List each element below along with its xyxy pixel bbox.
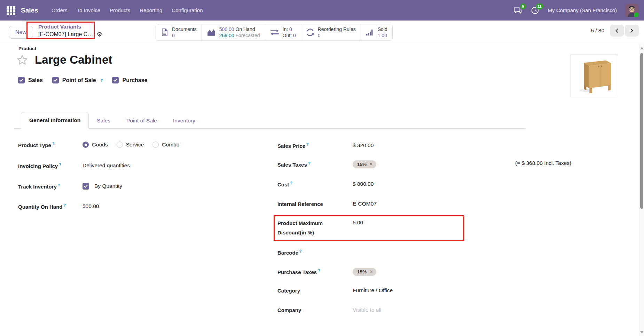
radio-service[interactable]: Service [117,142,144,148]
radio-goods[interactable]: Goods [83,142,108,148]
tab-inventory[interactable]: Inventory [165,113,203,129]
category-input[interactable]: Furniture / Office [353,287,393,294]
menu-to-invoice[interactable]: To Invoice [77,7,101,13]
field-label: Cost? [277,181,353,187]
toggle-pos-label: Point of Sale [62,77,96,83]
radio-unselected-icon[interactable] [117,142,123,148]
company-input[interactable]: Visible to all [353,307,381,313]
toggle-point-of-sale[interactable]: Point of Sale ? [52,77,103,83]
help-marker: ? [64,203,66,207]
gear-icon[interactable]: ⚙ [96,31,102,38]
breadcrumb-parent-link[interactable]: Product Variants [37,23,102,31]
checkbox-checked-icon[interactable] [112,77,119,83]
scrollbar-thumb[interactable] [640,53,643,209]
favorite-star-icon[interactable] [17,54,28,65]
menu-configuration[interactable]: Configuration [172,7,203,13]
tag-remove-icon[interactable]: ✕ [369,269,373,274]
max-discount-input[interactable]: 5.00 [353,219,363,226]
cabinet-image [571,55,617,97]
sales-price-input[interactable]: $ 320.00 [353,142,374,149]
out-value: 0 [293,33,296,38]
toggle-purchase-label: Purchase [122,77,147,83]
quantity-on-hand-value[interactable]: 500.00 [83,203,99,209]
field-company: Company Visible to all [277,305,381,314]
help-marker: ? [318,269,320,273]
field-label: Quantity On Hand? [18,203,83,210]
help-marker: ? [308,161,311,165]
track-inventory-select[interactable]: By Quantity [94,183,122,189]
refresh-icon [306,28,314,37]
pager-counter[interactable]: 5 / 80 [591,27,604,34]
product-image[interactable] [571,54,617,97]
field-category: Category Furniture / Office [277,286,393,295]
apps-grid-icon[interactable] [6,6,15,15]
radio-goods-label: Goods [92,142,108,148]
vertical-scrollbar[interactable] [639,44,644,336]
help-marker: ? [299,249,302,253]
product-title[interactable]: Large Cabinet [35,53,112,66]
sales-tax-tag: 15% ✕ [353,160,376,168]
stat-sold-label: Sold [378,26,387,32]
stat-sold-button[interactable]: Sold 1.00 [361,24,392,40]
menu-reporting[interactable]: Reporting [140,7,162,13]
help-marker: ? [306,142,309,146]
field-internal-reference: Internal Reference E-COM07 [277,199,377,208]
activities-badge: 11 [536,3,543,9]
app-name[interactable]: Sales [21,7,38,14]
new-button[interactable]: New [9,26,33,39]
tab-sales[interactable]: Sales [89,113,118,129]
stat-in-out-button[interactable]: In: 0 Out: 0 [265,24,301,40]
cost-input[interactable]: $ 800.00 [353,181,374,187]
field-sales-taxes: Sales Taxes? 15% ✕ (= $ 368.00 Incl. Tax… [277,160,376,169]
stat-documents-button[interactable]: Documents 0 [156,24,202,40]
field-product-max-discount: Product Maximum Discount(in %) 5.00 [277,218,363,237]
in-label: In: [283,26,288,32]
field-label: Company [277,307,353,313]
checkbox-checked-icon[interactable] [83,183,89,190]
menu-products[interactable]: Products [110,7,130,13]
field-product-type: Product Type? Goods Service Combo [18,140,179,149]
forecasted-value: 269.00 [219,33,234,38]
field-label: Product Maximum Discount(in %) [277,218,353,237]
company-switcher[interactable]: My Company (San Francisco) [548,7,617,13]
forecasted-label: Forecasted [236,33,260,38]
field-track-inventory: Track Inventory? By Quantity [18,182,122,191]
tag-remove-icon[interactable]: ✕ [369,162,373,167]
out-label: Out: [283,33,292,38]
invoicing-policy-select[interactable]: Delivered quantities [83,162,130,169]
tab-point-of-sale[interactable]: Point of Sale [118,113,165,129]
stat-reordering-label: Reordering Rules [318,26,356,32]
activities-clock-icon[interactable]: 11 [531,6,540,15]
field-cost: Cost? $ 800.00 [277,179,374,189]
messages-icon[interactable]: 6 [513,6,522,15]
stat-reordering-button[interactable]: Reordering Rules 0 [301,24,361,40]
stat-on-hand-button[interactable]: 500.00 On Hand 269.00 Forecasted [202,24,265,40]
field-sales-price: Sales Price? $ 320.00 [277,141,374,150]
scroll-down-arrow-icon[interactable] [640,331,644,334]
on-hand-label: On Hand [236,26,255,32]
pager: 5 / 80 [591,25,639,37]
stat-sold-value: 1.00 [378,32,387,39]
form-sheet: Product Large Cabinet Sales Point of Sal… [0,44,644,336]
user-avatar[interactable] [625,4,638,17]
radio-selected-icon[interactable] [83,142,89,148]
field-barcode: Barcode? [277,248,353,257]
radio-service-label: Service [126,142,144,148]
scroll-up-arrow-icon[interactable] [640,47,644,49]
product-section-label: Product [18,46,36,51]
tab-general-information[interactable]: General Information [21,112,89,129]
bar-chart-icon [366,28,374,37]
checkbox-checked-icon[interactable] [52,77,59,83]
internal-reference-input[interactable]: E-COM07 [353,201,377,207]
radio-combo[interactable]: Combo [152,142,179,148]
stat-button-bar: Documents 0 500.00 On Hand 269.00 Foreca… [156,24,393,41]
pager-previous-button[interactable] [610,25,624,37]
radio-unselected-icon[interactable] [152,142,159,148]
top-navbar: Sales Orders To Invoice Products Reporti… [0,0,644,21]
chevron-right-icon [630,28,634,33]
toggle-purchase[interactable]: Purchase [112,77,147,83]
menu-orders[interactable]: Orders [52,7,68,13]
checkbox-checked-icon[interactable] [18,77,25,83]
pager-next-button[interactable] [625,25,639,37]
toggle-sales[interactable]: Sales [18,77,43,83]
